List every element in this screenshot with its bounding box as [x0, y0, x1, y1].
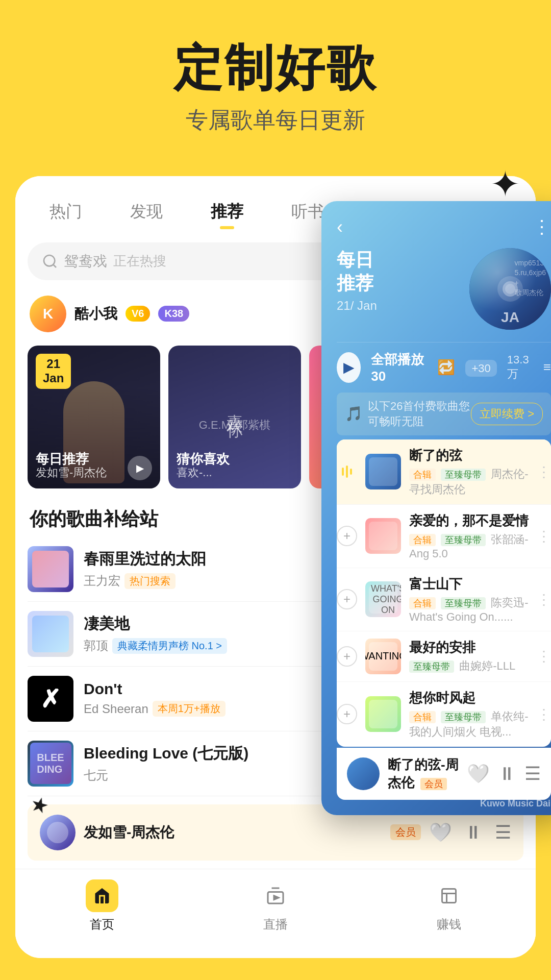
free-notice: 🎵 以下26首付费歌曲您可畅听无阻 立即续费 >	[337, 393, 551, 435]
sort-icon[interactable]: ≡	[543, 359, 551, 375]
kuwo-brand: Kuwo Music Daily	[480, 798, 551, 809]
add-song-3[interactable]: +	[337, 646, 357, 667]
bottom-playback-bar[interactable]: 断了的弦-周杰伦 会员 🤍 ⏸ ☰	[337, 748, 551, 800]
player-overlay: ‹ ⋮ 每日推荐 21/ Jan vmp65135.ru,6xjp6+歌周杰伦 …	[321, 201, 551, 815]
player-song-list: 断了的弦 合辑 至臻母带 周杰伦-寻找周杰伦 ⋮ + 亲爱的，那不是爱情	[337, 439, 551, 747]
ps-thumb-1	[365, 518, 401, 554]
song-tag-0: 热门搜索	[124, 573, 176, 589]
player-nav: ‹ ⋮	[337, 216, 551, 238]
song-more-0[interactable]: ⋮	[537, 463, 551, 480]
mini-pause-button[interactable]: ⏸	[498, 763, 516, 785]
song-more-4[interactable]: ⋮	[537, 706, 551, 723]
tab-discover[interactable]: 发现	[122, 197, 171, 227]
ps-artist-1: 合辑 至臻母带 张韶涵-Ang 5.0	[409, 532, 529, 560]
np-title: 发如雪-周杰伦	[84, 823, 382, 842]
ps-info-2: 富士山下 合辑 至臻母带 陈奕迅-What's Going On......	[409, 575, 529, 624]
player-date: 21/ Jan	[337, 299, 459, 313]
ps-info-0: 断了的弦 合辑 至臻母带 周杰伦-寻找周杰伦	[409, 447, 529, 497]
player-song-item[interactable]: + 亲爱的，那不是爱情 合辑 至臻母带 张韶涵-Ang 5.0 ⋮	[337, 505, 551, 568]
avatar[interactable]: K	[30, 296, 66, 332]
ps-artist-0: 合辑 至臻母带 周杰伦-寻找周杰伦	[409, 467, 529, 497]
bottom-nav: 首页 直播 赚钱	[15, 869, 536, 948]
notice-icon: 🎵	[345, 405, 363, 422]
np-vip-badge: 会员	[390, 824, 421, 840]
heart-button[interactable]: 🤍	[429, 822, 452, 843]
mini-disc	[347, 757, 380, 790]
player-text: 每日推荐 21/ Jan	[337, 248, 459, 313]
rotate-icon[interactable]: 🔁	[437, 359, 455, 376]
nav-live[interactable]: 直播	[259, 879, 292, 933]
notice-text: 以下26首付费歌曲您可畅听无阻	[368, 399, 471, 429]
k-badge: K38	[158, 306, 189, 322]
player-title: 每日推荐	[337, 248, 459, 296]
player-song-item[interactable]: 断了的弦 合辑 至臻母带 周杰伦-寻找周杰伦 ⋮	[337, 439, 551, 505]
song-tag-2: 本周1万+播放	[153, 701, 226, 717]
mini-playlist-button[interactable]: ☰	[524, 763, 541, 785]
ps-thumb-2: WHAT'S GOING ON	[365, 581, 401, 617]
hero-title: 定制好歌	[173, 41, 378, 95]
banner-play-button[interactable]: ▶	[128, 456, 152, 480]
tab-recommend[interactable]: 推荐	[203, 197, 252, 227]
banner-daily[interactable]: 21 Jan 每日推荐 发如雪-周杰伦 ▶	[28, 346, 160, 488]
svg-marker-11	[274, 896, 279, 900]
player-back-button[interactable]: ‹	[337, 216, 343, 238]
play-all-button[interactable]: ▶	[337, 352, 361, 383]
nav-earn-label: 赚钱	[437, 916, 461, 933]
hero-section: 定制好歌 专属歌单每日更新	[0, 0, 551, 166]
song-more-3[interactable]: ⋮	[537, 648, 551, 665]
ps-info-4: 想你时风起 合辑 至臻母带 单依纯-我的人间烟火 电视...	[409, 689, 529, 740]
subscribe-button[interactable]: 立即续费 >	[471, 403, 543, 425]
ps-artist-2: 合辑 至臻母带 陈奕迅-What's Going On......	[409, 595, 529, 624]
equalizer-bars	[342, 465, 352, 478]
search-keyword: 鸳鸯戏	[64, 252, 107, 271]
song-thumb-0	[28, 546, 73, 592]
mini-heart-button[interactable]: 🤍	[467, 763, 490, 785]
username: 酷小我	[74, 304, 117, 324]
heart-count: 13.3万	[507, 353, 533, 382]
player-info: 每日推荐 21/ Jan vmp65135.ru,6xjp6+歌周杰伦 JA	[337, 248, 551, 330]
svg-line-1	[53, 264, 56, 267]
player-song-item[interactable]: + WANTING 最好的安排 至臻母带 曲婉婷-LLL ⋮	[337, 631, 551, 682]
vip-label: +30	[465, 359, 496, 376]
user-info: K 酷小我 V6 K38	[30, 296, 189, 332]
song-thumb-1	[28, 611, 73, 657]
player-song-item[interactable]: + 想你时风起 合辑 至臻母带 单依纯-我的人间烟火 电视... ⋮	[337, 682, 551, 747]
nav-home[interactable]: 首页	[86, 879, 118, 933]
hero-subtitle: 专属歌单每日更新	[20, 105, 531, 135]
home-icon	[86, 879, 118, 912]
song-more-1[interactable]: ⋮	[537, 528, 551, 545]
banner-daily-subtitle: 发如雪-周杰伦	[36, 465, 107, 480]
player-menu-button[interactable]: ⋮	[533, 216, 551, 238]
search-hot-hint: 正在热搜	[113, 252, 166, 270]
playlist-button[interactable]: ☰	[495, 822, 511, 843]
song-thumb-2: ✗	[28, 676, 73, 722]
ps-name-1: 亲爱的，那不是爱情	[409, 512, 529, 530]
earn-icon	[433, 879, 465, 912]
ps-info-3: 最好的安排 至臻母带 曲婉婷-LLL	[409, 639, 529, 674]
banner-rec-subtitle: 喜欢-...	[177, 465, 212, 480]
playing-indicator	[337, 465, 357, 478]
song-more-2[interactable]: ⋮	[537, 591, 551, 608]
nav-home-label: 首页	[90, 916, 114, 933]
pause-button[interactable]: ⏸	[464, 822, 483, 843]
ps-info-1: 亲爱的，那不是爱情 合辑 至臻母带 张韶涵-Ang 5.0	[409, 512, 529, 560]
banner-recommend[interactable]: 喜欢你 G.E.M. 邓紫棋 猜你喜欢 喜欢-...	[168, 346, 301, 488]
np-controls: 🤍 ⏸ ☰	[429, 822, 511, 843]
add-song-2[interactable]: +	[337, 589, 357, 609]
nav-live-label: 直播	[263, 916, 288, 933]
play-all-label: 全部播放 30	[371, 351, 427, 384]
add-song-4[interactable]: +	[337, 704, 357, 724]
ps-thumb-3: WANTING	[365, 639, 401, 674]
nav-earn[interactable]: 赚钱	[433, 879, 465, 933]
mini-badge: 会员	[420, 778, 447, 790]
np-avatar	[40, 815, 76, 850]
ps-artist-4: 合辑 至臻母带 单依纯-我的人间烟火 电视...	[409, 709, 529, 740]
ps-name-0: 断了的弦	[409, 447, 529, 464]
mini-song-info: 断了的弦-周杰伦 会员	[388, 756, 459, 792]
add-song-1[interactable]: +	[337, 526, 357, 546]
ps-name-2: 富士山下	[409, 575, 529, 593]
ps-artist-3: 至臻母带 曲婉婷-LLL	[409, 658, 529, 674]
svg-point-0	[44, 255, 55, 266]
tab-hot[interactable]: 热门	[41, 197, 90, 227]
player-song-item[interactable]: + WHAT'S GOING ON 富士山下 合辑 至臻母带 陈奕迅-What'…	[337, 568, 551, 631]
